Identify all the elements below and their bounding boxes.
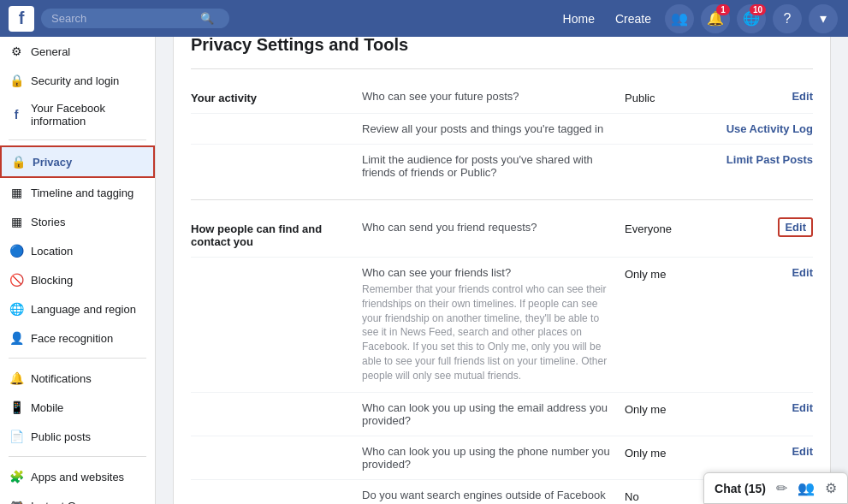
email-lookup-question: Who can look you up using the email addr… <box>362 401 625 427</box>
chat-edit-icon[interactable]: ✏ <box>776 480 787 496</box>
email-lookup-edit-link[interactable]: Edit <box>792 401 813 414</box>
limit-past-posts-question: Limit the audience for posts you've shar… <box>362 153 625 179</box>
future-posts-edit-link[interactable]: Edit <box>792 90 813 103</box>
friend-requests-edit-link[interactable]: Edit <box>778 217 813 237</box>
sidebar-item-face-recognition[interactable]: 👤 Face recognition <box>0 323 155 353</box>
phone-lookup-question: Who can look you up using the phone numb… <box>362 445 625 471</box>
sidebar-label-general: General <box>31 45 70 58</box>
sidebar-label-privacy: Privacy <box>33 156 72 169</box>
public-posts-icon: 📄 <box>9 429 24 444</box>
sidebar-item-language[interactable]: 🌐 Language and region <box>0 294 155 323</box>
globe-button[interactable]: 🌐 10 <box>737 4 766 33</box>
search-engines-question: Do you want search engines outside of Fa… <box>362 489 625 504</box>
chat-settings-icon[interactable]: ⚙ <box>825 480 837 496</box>
sidebar-item-general[interactable]: ⚙ General <box>0 37 155 66</box>
sidebar-label-security: Security and login <box>31 74 119 87</box>
settings-card: Privacy Settings and Tools Your activity… <box>173 17 831 504</box>
sidebar-item-stories[interactable]: ▦ Stories <box>0 207 155 236</box>
sidebar-item-apps-websites[interactable]: 🧩 Apps and websites <box>0 462 155 491</box>
facebook-logo: f <box>9 6 34 32</box>
activity-log-action: Use Activity Log <box>710 122 813 135</box>
section-label-your-activity: Your activity <box>191 90 362 104</box>
friend-requests-question: Who can send you friend requests? <box>362 221 625 234</box>
mobile-icon: 📱 <box>9 400 24 415</box>
friends-icon-button[interactable]: 👥 <box>665 4 694 33</box>
globe-badge: 10 <box>750 4 766 15</box>
section-how-people-find: How people can find and contact you Who … <box>191 199 813 504</box>
sidebar-item-privacy[interactable]: 🔒 Privacy <box>0 145 155 178</box>
friends-list-content: Who can see your friends list? Remember … <box>362 266 625 383</box>
sidebar-divider-3 <box>9 456 146 457</box>
notification-badge: 1 <box>716 4 730 15</box>
notifications-button[interactable]: 🔔 1 <box>701 4 730 33</box>
sidebar-label-blocking: Blocking <box>31 274 73 287</box>
friend-requests-action: Edit <box>710 221 813 234</box>
friends-list-description: Remember that your friends control who c… <box>362 282 611 383</box>
timeline-icon: ▦ <box>9 185 24 200</box>
use-activity-log-link[interactable]: Use Activity Log <box>726 122 813 135</box>
sidebar-item-public-posts[interactable]: 📄 Public posts <box>0 422 155 451</box>
general-icon: ⚙ <box>9 44 24 59</box>
more-icon: ▾ <box>820 10 827 27</box>
sidebar-label-apps: Apps and websites <box>31 471 124 483</box>
blocking-icon: 🚫 <box>9 272 24 288</box>
friends-icon: 👥 <box>671 10 688 27</box>
sidebar-label-instant-games: Instant Games <box>31 500 104 505</box>
more-button[interactable]: ▾ <box>809 4 838 33</box>
sidebar-item-location[interactable]: 🔵 Location <box>0 236 155 265</box>
create-button[interactable]: Create <box>607 7 660 31</box>
sidebar-label-face-recognition: Face recognition <box>31 332 113 345</box>
friends-list-edit-link[interactable]: Edit <box>792 266 813 279</box>
sidebar-label-your-facebook: Your Facebook information <box>31 102 146 127</box>
nav-right: Home Create 👥 🔔 1 🌐 10 ? ▾ <box>554 4 839 33</box>
search-icon: 🔍 <box>200 12 214 25</box>
sidebar-label-language: Language and region <box>31 303 136 316</box>
sidebar-item-timeline-tagging[interactable]: ▦ Timeline and tagging <box>0 178 155 207</box>
face-recognition-icon: 👤 <box>9 330 24 346</box>
help-button[interactable]: ? <box>773 4 802 33</box>
location-icon: 🔵 <box>9 243 24 258</box>
sidebar-item-security-login[interactable]: 🔒 Security and login <box>0 66 155 95</box>
section-label-how-people-find: How people can find and contact you <box>191 221 362 248</box>
page-title: Privacy Settings and Tools <box>191 35 813 55</box>
limit-past-posts-link[interactable]: Limit Past Posts <box>726 153 813 166</box>
sidebar: ⚙ General 🔒 Security and login f Your Fa… <box>0 37 156 504</box>
future-posts-action: Edit <box>710 90 813 103</box>
chat-bar: Chat (15) ✏ 👥 ⚙ <box>703 472 848 504</box>
notifications-icon: 🔔 <box>9 371 24 386</box>
sidebar-item-mobile[interactable]: 📱 Mobile <box>0 393 155 422</box>
row-future-posts: Your activity Who can see your future po… <box>191 81 813 114</box>
future-posts-value: Public <box>625 90 710 104</box>
phone-lookup-value: Only me <box>625 445 710 460</box>
chat-people-icon[interactable]: 👥 <box>798 480 815 496</box>
sidebar-item-instant-games[interactable]: 🎮 Instant Games <box>0 491 155 504</box>
search-bar[interactable]: 🔍 <box>41 9 229 28</box>
future-posts-question: Who can see your future posts? <box>362 90 625 103</box>
friends-list-question: Who can see your friends list? <box>362 266 611 279</box>
sidebar-label-location: Location <box>31 245 73 258</box>
help-icon: ? <box>784 11 792 27</box>
sidebar-item-blocking[interactable]: 🚫 Blocking <box>0 265 155 294</box>
sidebar-item-notifications[interactable]: 🔔 Notifications <box>0 364 155 393</box>
friends-list-action: Edit <box>710 266 813 279</box>
main-content: Privacy Settings and Tools Your activity… <box>156 0 848 504</box>
section-your-activity: Your activity Who can see your future po… <box>191 68 813 199</box>
search-input[interactable] <box>51 12 197 25</box>
top-navigation: f 🔍 Home Create 👥 🔔 1 🌐 10 ? ▾ <box>0 0 848 37</box>
phone-lookup-action: Edit <box>710 445 813 458</box>
security-icon: 🔒 <box>9 73 24 88</box>
row-friend-requests: How people can find and contact you Who … <box>191 212 813 258</box>
phone-lookup-edit-link[interactable]: Edit <box>792 445 813 458</box>
instant-games-icon: 🎮 <box>9 498 24 504</box>
sidebar-label-notifications: Notifications <box>31 372 92 385</box>
sidebar-label-stories: Stories <box>31 216 65 228</box>
row-friends-list: Who can see your friends list? Remember … <box>191 258 813 393</box>
activity-log-question: Review all your posts and things you're … <box>362 122 625 135</box>
sidebar-label-mobile: Mobile <box>31 401 63 414</box>
sidebar-item-your-facebook[interactable]: f Your Facebook information <box>0 95 155 134</box>
row-limit-past-posts: Limit the audience for posts you've shar… <box>191 145 813 187</box>
sidebar-divider-1 <box>9 139 146 140</box>
home-button[interactable]: Home <box>554 7 603 31</box>
sidebar-label-public-posts: Public posts <box>31 430 91 443</box>
limit-past-posts-action: Limit Past Posts <box>710 153 813 166</box>
